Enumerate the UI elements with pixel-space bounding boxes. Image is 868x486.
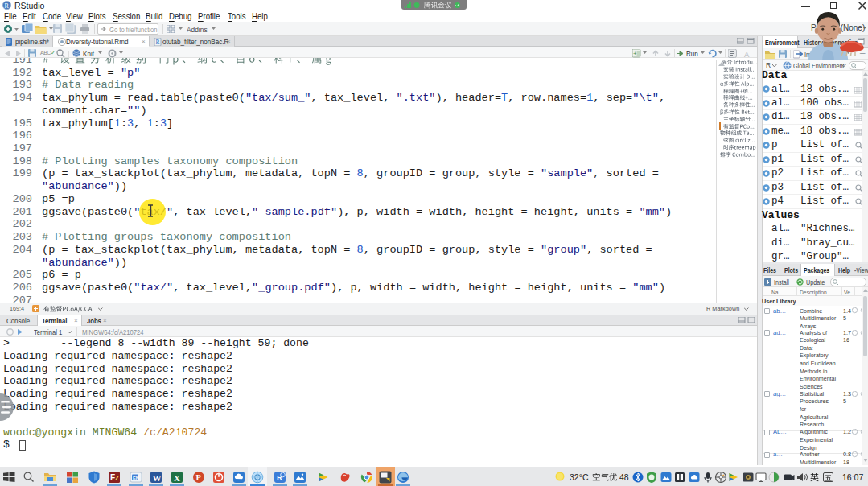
svg-text:X: X xyxy=(174,473,180,483)
svg-text:EN: EN xyxy=(133,476,139,480)
svg-text:R: R xyxy=(156,39,160,46)
svg-text:P: P xyxy=(195,473,201,482)
svg-text:R: R xyxy=(5,2,10,10)
svg-text:+: + xyxy=(633,50,637,57)
svg-text:Fz: Fz xyxy=(110,473,119,482)
svg-text:W: W xyxy=(153,473,162,483)
